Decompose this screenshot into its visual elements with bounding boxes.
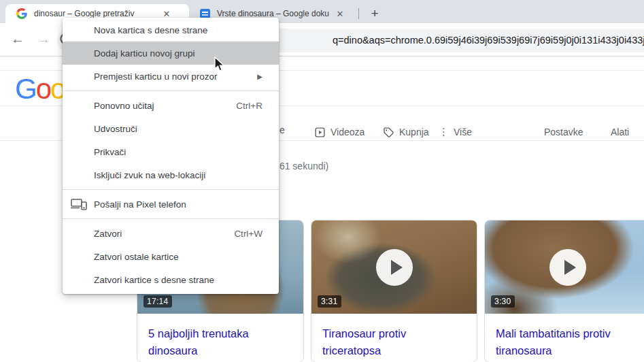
menu-item-close[interactable]: Zatvori Ctrl+W (63, 222, 279, 245)
menu-item-close-tabs-to-right[interactable]: Zatvori kartice s desne strane (63, 268, 279, 291)
nav-tab-label: Postavke (544, 127, 583, 137)
hidden-tab-fragment[interactable]: e (279, 125, 285, 135)
nav-tools[interactable]: Alati (611, 125, 629, 139)
menu-item-mute-site[interactable]: Isključi zvuk na web-lokaciji (63, 163, 279, 186)
url-text: q=dino&aqs=chrome.0.69i59j46i39j69i539j6… (333, 35, 644, 46)
play-icon[interactable] (549, 249, 586, 286)
menu-item-label: Prikvači (94, 147, 126, 157)
nav-tab-more[interactable]: ⋮ Više (439, 125, 472, 139)
mouse-cursor (214, 56, 228, 73)
menu-item-label: Zatvori ostale kartice (94, 252, 179, 262)
menu-item-label: Nova kartica s desne strane (94, 25, 207, 35)
video-thumbnail[interactable]: 3:31 (311, 220, 477, 314)
nav-tab-label: Kupnja (399, 127, 429, 137)
video-duration: 3:31 (318, 295, 341, 308)
logo-letter: o (36, 73, 50, 105)
menu-shortcut: Ctrl+R (236, 101, 262, 111)
nav-tab-videos[interactable]: Videoza (314, 125, 365, 139)
menu-divider (63, 218, 279, 219)
video-duration: 3:30 (491, 295, 515, 308)
nav-tab-shopping[interactable]: Kupnja (383, 125, 429, 139)
video-card[interactable]: 3:30 Mali tambatitanis protiv tiranosaur… (484, 220, 644, 362)
menu-item-duplicate[interactable]: Udvostruči (63, 117, 279, 140)
tab-title: Vrste dinosaura – Google doku (217, 9, 334, 18)
menu-item-new-tab-right[interactable]: Nova kartica s desne strane (63, 18, 279, 42)
menu-item-label: Udvostruči (94, 124, 137, 134)
menu-divider (63, 189, 279, 190)
menu-item-label: Premjesti karticu u novi prozor (94, 71, 218, 82)
tag-icon (383, 127, 394, 138)
video-title-link[interactable]: Mali tambatitanis protiv tiranosaura (485, 314, 644, 359)
video-title-link[interactable]: Tiranosaur protiv triceratopsa (311, 314, 477, 359)
play-icon[interactable] (376, 249, 413, 286)
send-to-device-icon (71, 199, 87, 210)
menu-item-move-tab-to-new-window[interactable]: Premjesti karticu u novi prozor ▶ (63, 65, 279, 88)
menu-item-close-other-tabs[interactable]: Zatvori ostale kartice (63, 245, 279, 268)
video-thumbnail[interactable]: 3:30 (485, 220, 644, 314)
video-duration: 17:14 (143, 295, 172, 308)
video-icon (314, 127, 326, 138)
menu-item-add-tab-to-new-group[interactable]: Dodaj karticu novoj grupi (63, 42, 279, 65)
logo-letter: G (15, 73, 36, 105)
new-tab-button[interactable]: + (366, 5, 384, 22)
nav-settings[interactable]: Postavke (544, 125, 583, 139)
nav-tab-label: Više (454, 127, 472, 137)
back-button[interactable]: ← (6, 27, 29, 50)
nav-tab-label: Videoza (331, 127, 365, 137)
video-title-link[interactable]: 5 najboljih trenutaka dinosaura (137, 314, 303, 359)
menu-item-send-to-pixel[interactable]: Pošalji na Pixel telefon (63, 193, 279, 216)
menu-item-label: Zatvori (94, 229, 122, 239)
menu-item-label: Isključi zvuk na web-lokaciji (94, 170, 205, 180)
nav-tab-label: Alati (611, 127, 629, 137)
browser-window: dinosaur – Google pretraživ ✕ Vrste dino… (0, 0, 644, 362)
menu-shortcut: Ctrl+W (234, 229, 262, 239)
menu-item-label: Dodaj karticu novoj grupi (94, 48, 195, 59)
result-stats-fragment: ,61 sekundi) (277, 161, 328, 171)
tab-close-icon[interactable]: ✕ (334, 7, 346, 20)
menu-item-label: Zatvori kartice s desne strane (94, 275, 214, 285)
menu-item-label: Ponovno učitaj (94, 101, 154, 111)
menu-item-label: Pošalji na Pixel telefon (94, 199, 186, 210)
menu-item-reload[interactable]: Ponovno učitaj Ctrl+R (63, 94, 279, 117)
google-g-favicon-icon (16, 8, 27, 19)
more-vertical-icon: ⋮ (439, 126, 449, 138)
tab-separator (358, 8, 359, 19)
menu-item-pin[interactable]: Prikvači (63, 140, 279, 163)
video-card[interactable]: 3:31 Tiranosaur protiv triceratopsa (311, 220, 477, 362)
submenu-arrow-icon: ▶ (257, 73, 262, 80)
forward-button[interactable]: → (32, 27, 55, 50)
tab-title: dinosaur – Google pretraživ (34, 9, 160, 18)
menu-divider (63, 90, 279, 91)
tab-context-menu: Nova kartica s desne strane Dodaj kartic… (63, 18, 279, 294)
